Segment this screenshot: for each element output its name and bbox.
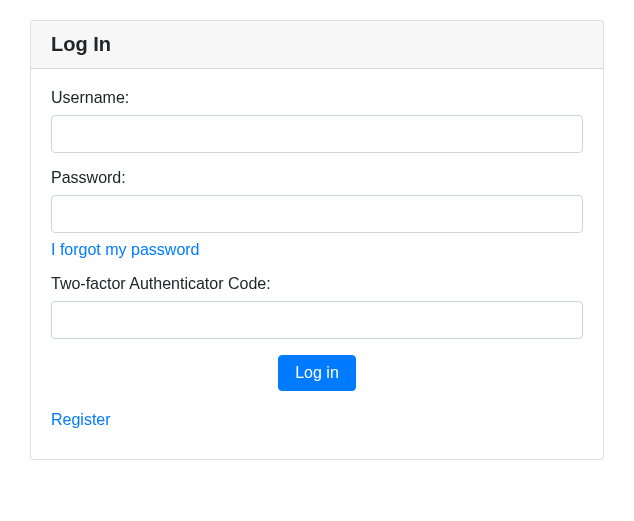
forgot-password-link[interactable]: I forgot my password (51, 241, 200, 258)
password-label: Password: (51, 169, 583, 187)
card-body: Username: Password: I forgot my password… (31, 69, 603, 459)
forgot-password-wrap: I forgot my password (51, 241, 583, 259)
login-card: Log In Username: Password: I forgot my p… (30, 20, 604, 460)
twofactor-group: Two-factor Authenticator Code: (51, 275, 583, 339)
card-title: Log In (51, 33, 583, 56)
login-button[interactable]: Log in (278, 355, 356, 391)
username-input[interactable] (51, 115, 583, 153)
twofactor-input[interactable] (51, 301, 583, 339)
card-header: Log In (31, 21, 603, 69)
register-wrap: Register (51, 411, 583, 429)
twofactor-label: Two-factor Authenticator Code: (51, 275, 583, 293)
username-label: Username: (51, 89, 583, 107)
register-link[interactable]: Register (51, 411, 111, 428)
password-input[interactable] (51, 195, 583, 233)
submit-row: Log in (51, 355, 583, 391)
username-group: Username: (51, 89, 583, 153)
password-group: Password: (51, 169, 583, 233)
